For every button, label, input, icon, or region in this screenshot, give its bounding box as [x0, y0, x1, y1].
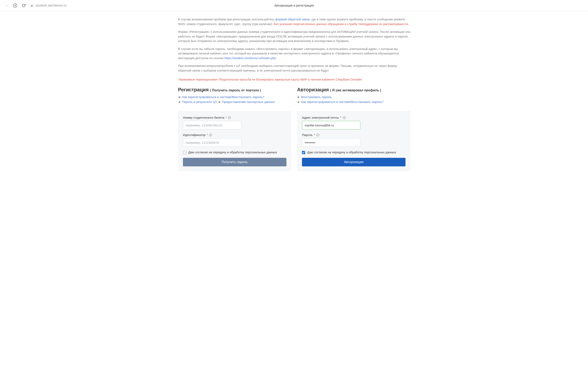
authorization-heading: Авторизация ( Я уже активировал профиль … [297, 87, 410, 92]
reg-howto-link[interactable]: Как зарегистрироваться в системе/Восстан… [182, 95, 264, 99]
registration-heading: Регистрация ( Получить пароль от портала… [178, 87, 291, 92]
get-password-button[interactable]: Получить пароль [183, 158, 286, 166]
auth-consent-row[interactable]: Даю согласие на передачу и обработку пер… [302, 150, 406, 154]
reg-consent-row[interactable]: Даю согласие на передачу и обработку пер… [183, 150, 286, 154]
restore-password-link[interactable]: Восстановить пароль [301, 95, 332, 99]
auth-consent-label: Даю согласие на передачу и обработку пер… [307, 150, 396, 154]
intro-p1-red: Без указания перечисленных данных обраще… [274, 22, 409, 26]
registration-subtitle: Получить пароль от портала [212, 89, 259, 92]
student-id-input[interactable] [183, 121, 241, 129]
registration-form: Номер студенческого билета * ? Идентифик… [178, 111, 291, 171]
reg-consent-checkbox[interactable] [183, 151, 186, 154]
reload-button[interactable] [21, 3, 26, 8]
authorize-button[interactable]: Авторизация [302, 158, 406, 166]
svg-text:Я: Я [14, 4, 16, 7]
help-icon[interactable]: ? [228, 116, 231, 119]
reg-consent-label: Даю согласие на передачу и обработку пер… [188, 150, 277, 154]
authorization-subtitle: Я уже активировал профиль [332, 89, 379, 92]
reg-passport-link[interactable]: Предоставление паспортных данных [222, 100, 275, 104]
freshmen-notice: Уважаемые первокурсники! Убедительная пр… [178, 78, 410, 81]
email-input[interactable] [302, 121, 360, 129]
authorization-column: Авторизация ( Я уже активировал профиль … [297, 87, 410, 171]
identifier-label: Идентификатор * ? [183, 133, 286, 137]
password-label: Пароль * ? [302, 133, 406, 137]
feedback-form-link[interactable]: формой обратной связи [275, 17, 310, 21]
intro-paragraph-4: При возникновении вопросов/проблем с ЦТ … [178, 64, 410, 73]
intro-paragraph-1: В случае возникновения проблем при регис… [178, 17, 410, 26]
registration-column: Регистрация ( Получить пароль от портала… [178, 87, 291, 171]
help-icon[interactable]: ? [316, 133, 320, 137]
auth-howto-link[interactable]: Как зарегистрироваться в системе/Восстан… [301, 100, 383, 104]
arrow-icon: ➜ [178, 100, 181, 104]
page-content: В случае возникновения проблем при регис… [177, 11, 411, 179]
url-text: student.sechenov.ru [35, 3, 67, 8]
email-label: Адрес электронной почты * ? [302, 116, 406, 119]
intro-paragraph-2: Форма «Регистрация» с использованием дан… [178, 30, 410, 43]
browser-toolbar: Я student.sechenov.ru Авторизация и реги… [0, 0, 588, 11]
yandex-icon[interactable]: Я [13, 3, 17, 8]
howto-link[interactable]: https://student.sechenov.ru/howto.php [224, 56, 276, 60]
help-icon[interactable]: ? [343, 116, 346, 119]
password-input[interactable] [302, 138, 360, 147]
auth-consent-checkbox[interactable] [302, 151, 305, 154]
lock-icon [30, 3, 34, 8]
arrow-icon: ➜ [178, 95, 181, 99]
registration-title: Регистрация [178, 87, 209, 92]
authorization-form: Адрес электронной почты * ? Пароль * ? Д… [297, 111, 410, 171]
registration-links: ➜ Как зарегистрироваться в системе/Восст… [178, 95, 291, 104]
arrow-icon: ➜ [297, 100, 300, 104]
arrow-icon: ➜ [218, 100, 221, 104]
intro-p3-text: В случае если вы забыли пароль, необходи… [178, 47, 399, 60]
authorization-links: ➜ Восстановить пароль ➜ Как зарегистриро… [297, 95, 410, 104]
help-icon[interactable]: ? [209, 133, 212, 137]
reg-ct-link[interactable]: Пароль и результаты ЦТ [182, 100, 217, 104]
arrow-icon: ➜ [297, 95, 300, 99]
identifier-input[interactable] [183, 138, 241, 147]
address-bar[interactable]: student.sechenov.ru [30, 3, 67, 8]
authorization-title: Авторизация [297, 87, 329, 92]
tab-title: Авторизация и регистрация [274, 4, 314, 7]
back-button[interactable] [4, 3, 9, 8]
student-id-label: Номер студенческого билета * ? [183, 116, 286, 119]
intro-paragraph-3: В случае если вы забыли пароль, необходи… [178, 47, 410, 60]
intro-p1-text-a: В случае возникновения проблем при регис… [178, 17, 275, 21]
